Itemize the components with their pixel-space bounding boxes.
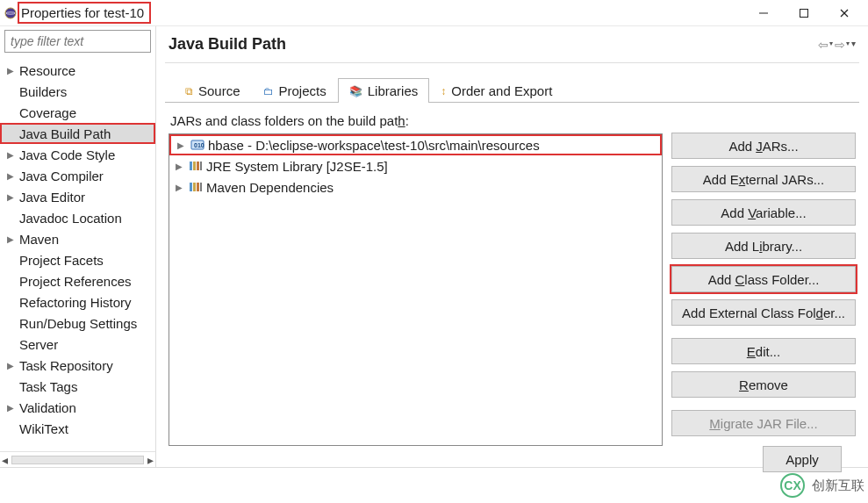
- sidebar-item-label: Java Compiler: [19, 169, 104, 183]
- sidebar-item-project-facets[interactable]: Project Facets: [0, 249, 155, 270]
- maximize-button[interactable]: [784, 1, 824, 25]
- svg-point-0: [5, 8, 16, 18]
- tab-label: Projects: [279, 83, 326, 98]
- sidebar-item-label: Server: [19, 337, 58, 352]
- source-folder-icon: ⧉: [185, 85, 193, 97]
- tab-content: JARs and class folders on the build path…: [165, 103, 859, 446]
- sidebar-item-coverage[interactable]: Coverage: [0, 102, 155, 123]
- sidebar-item-label: Resource: [19, 63, 75, 78]
- sidebar-item-javadoc-location[interactable]: Javadoc Location: [0, 207, 155, 228]
- tab-label: Libraries: [368, 83, 419, 98]
- class-folder-icon: 010: [190, 138, 204, 152]
- sidebar-item-maven[interactable]: ▶Maven: [0, 228, 155, 249]
- svg-rect-10: [197, 162, 199, 170]
- sidebar-item-wikitext[interactable]: WikiText: [0, 418, 155, 439]
- content-pane: Java Build Path ⇦▾ ⇨▾ ▾ ⧉ Source 🗀 Proje…: [156, 26, 868, 467]
- add-external-jars-button[interactable]: Add External JARs...: [671, 166, 856, 192]
- sidebar-item-label: Refactoring History: [19, 295, 132, 310]
- instructions-label: JARs and class folders on the build path…: [169, 111, 663, 133]
- sidebar-h-scrollbar[interactable]: ◂ ▸: [0, 451, 155, 467]
- sidebar-item-project-references[interactable]: Project References: [0, 270, 155, 291]
- sidebar-item-label: Project References: [19, 274, 132, 289]
- watermark: CX 创新互联: [780, 473, 864, 498]
- library-icon: [189, 180, 203, 194]
- svg-text:010: 010: [194, 142, 204, 148]
- add-jars-button[interactable]: Add JARs...: [671, 133, 856, 159]
- sidebar-item-java-editor[interactable]: ▶Java Editor: [0, 186, 155, 207]
- expand-icon[interactable]: ▶: [173, 162, 185, 171]
- tab-bar: ⧉ Source 🗀 Projects 📚 Libraries ↕ Order …: [165, 77, 859, 103]
- sidebar-item-java-code-style[interactable]: ▶Java Code Style: [0, 144, 155, 165]
- sidebar-item-task-tags[interactable]: Task Tags: [0, 376, 155, 397]
- migrate-jar-button: Migrate JAR File...: [671, 410, 856, 436]
- filter-box: [4, 30, 151, 53]
- library-entry-label: Maven Dependencies: [206, 180, 334, 195]
- libraries-listbox[interactable]: ▶ 010 hbase - D:\eclipse-workspace\test-…: [169, 133, 663, 446]
- add-external-class-folder-button[interactable]: Add External Class Folder...: [671, 299, 856, 326]
- watermark-text: 创新互联: [812, 478, 864, 494]
- sidebar-item-label: Java Code Style: [19, 147, 115, 162]
- scroll-right-icon[interactable]: ▸: [147, 453, 154, 467]
- page-title: Java Build Path: [169, 35, 286, 54]
- tab-label: Source: [198, 83, 240, 98]
- tab-order-export[interactable]: ↕ Order and Export: [429, 78, 563, 103]
- libraries-icon: 📚: [349, 85, 362, 97]
- add-library-button[interactable]: Add Library...: [671, 233, 856, 259]
- svg-rect-14: [197, 183, 199, 191]
- sidebar-item-builders[interactable]: Builders: [0, 81, 155, 102]
- sidebar-tree[interactable]: ▶Resource Builders Coverage Java Build P…: [0, 58, 155, 451]
- sidebar-item-validation[interactable]: ▶Validation: [0, 397, 155, 418]
- nav-back-button[interactable]: ⇦▾: [818, 38, 833, 52]
- button-column: Add JARs... Add External JARs... Add Var…: [671, 111, 856, 446]
- nav-forward-button[interactable]: ⇨▾: [835, 38, 850, 52]
- sidebar-item-label: Task Repository: [19, 358, 113, 373]
- scroll-left-icon[interactable]: ◂: [2, 453, 8, 467]
- edit-button[interactable]: Edit...: [671, 338, 856, 364]
- sidebar-item-label: Java Editor: [19, 190, 85, 205]
- tab-libraries[interactable]: 📚 Libraries: [338, 78, 430, 103]
- sidebar-item-label: Coverage: [19, 105, 76, 120]
- library-entry-jre[interactable]: ▶ JRE System Library [J2SE-1.5]: [169, 155, 662, 176]
- tab-projects[interactable]: 🗀 Projects: [252, 78, 338, 103]
- sidebar-item-task-repository[interactable]: ▶Task Repository: [0, 355, 155, 376]
- view-menu-button[interactable]: ▾: [851, 40, 856, 49]
- list-area: JARs and class folders on the build path…: [169, 111, 663, 446]
- tab-source[interactable]: ⧉ Source: [174, 78, 252, 103]
- filter-input[interactable]: [4, 30, 151, 53]
- window-controls: [743, 1, 864, 25]
- expand-icon[interactable]: ▶: [175, 140, 187, 150]
- sidebar-item-refactoring-history[interactable]: Refactoring History: [0, 291, 155, 313]
- expand-icon[interactable]: ▶: [173, 183, 185, 192]
- scroll-thumb[interactable]: [11, 456, 144, 464]
- window-title: Properties for test-10: [18, 2, 151, 24]
- svg-rect-12: [190, 183, 192, 191]
- add-variable-button[interactable]: Add Variable...: [671, 199, 856, 226]
- watermark-logo: CX: [780, 473, 805, 498]
- sidebar-item-label: Validation: [19, 400, 76, 415]
- sidebar-item-resource[interactable]: ▶Resource: [0, 60, 155, 81]
- sidebar-item-label: Builders: [19, 84, 67, 99]
- library-icon: [189, 159, 203, 173]
- minimize-button[interactable]: [743, 1, 784, 25]
- close-button[interactable]: [824, 1, 864, 25]
- sidebar-item-server[interactable]: Server: [0, 334, 155, 355]
- library-entry-label: hbase - D:\eclipse-workspace\test-10\src…: [208, 138, 540, 153]
- library-entry-maven[interactable]: ▶ Maven Dependencies: [169, 176, 662, 198]
- tab-label: Order and Export: [451, 83, 552, 98]
- order-export-icon: ↕: [441, 85, 446, 97]
- library-entry-label: JRE System Library [J2SE-1.5]: [206, 159, 388, 174]
- library-entry-hbase[interactable]: ▶ 010 hbase - D:\eclipse-workspace\test-…: [169, 134, 662, 155]
- svg-rect-11: [200, 162, 202, 170]
- sidebar-item-java-compiler[interactable]: ▶Java Compiler: [0, 165, 155, 186]
- sidebar-item-java-build-path[interactable]: Java Build Path: [0, 123, 155, 144]
- projects-icon: 🗀: [263, 85, 274, 97]
- apply-button[interactable]: Apply: [763, 446, 842, 472]
- header-nav: ⇦▾ ⇨▾ ▾: [818, 38, 856, 52]
- svg-rect-3: [800, 9, 808, 17]
- sidebar-item-label: Task Tags: [19, 379, 77, 394]
- sidebar-item-run-debug-settings[interactable]: Run/Debug Settings: [0, 313, 155, 334]
- add-class-folder-button[interactable]: Add Class Folder...: [671, 266, 856, 292]
- remove-button[interactable]: Remove: [671, 371, 856, 398]
- svg-rect-8: [190, 162, 192, 170]
- eclipse-icon: [4, 6, 18, 20]
